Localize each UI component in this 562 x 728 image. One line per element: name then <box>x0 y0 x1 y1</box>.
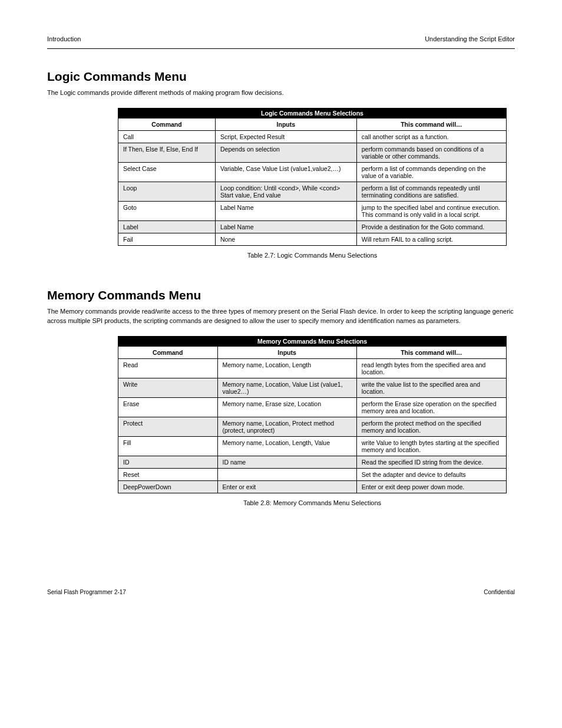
footer-left: Serial Flash Programmer 2-17 <box>47 589 126 595</box>
cell: Depends on selection <box>215 143 356 163</box>
cell: perform the protect method on the specif… <box>356 417 506 437</box>
table-row: Label Label Name Provide a destination f… <box>118 221 507 233</box>
cell: Enter or exit <box>217 481 356 493</box>
header-left: Introduction <box>47 35 81 42</box>
cell: perform a list of commands depending on … <box>356 163 506 182</box>
cell: Provide a destination for the Goto comma… <box>356 221 506 233</box>
cell: Memory name, Location, Protect method (p… <box>217 417 356 437</box>
cell: ID name <box>217 456 356 469</box>
col-command: Command <box>118 347 218 359</box>
table-title: Memory Commands Menu Selections <box>118 337 507 347</box>
table-title: Logic Commands Menu Selections <box>118 108 507 118</box>
cell: write Value to length bytes starting at … <box>356 437 506 456</box>
cell: Write <box>118 378 218 398</box>
section1-title: Logic Commands Menu <box>47 70 515 84</box>
cell: Select Case <box>118 163 216 182</box>
cell: perform the Erase size operation on the … <box>356 398 506 417</box>
cell: Fail <box>118 233 216 246</box>
cell: Label <box>118 221 216 233</box>
cell: jump to the specified label and continue… <box>356 202 506 221</box>
cell: Script, Expected Result <box>215 131 356 143</box>
header-right: Understanding the Script Editor <box>425 35 515 42</box>
table-row: ID ID name Read the specified ID string … <box>118 456 507 469</box>
table-row: DeepPowerDown Enter or exit Enter or exi… <box>118 481 507 493</box>
table-row: Read Memory name, Location, Length read … <box>118 359 507 378</box>
col-inputs: Inputs <box>215 118 356 131</box>
cell: read length bytes from the specified are… <box>356 359 506 378</box>
table-caption-2: Table 2.8: Memory Commands Menu Selectio… <box>118 499 507 506</box>
cell: Label Name <box>215 221 356 233</box>
col-inputs: Inputs <box>217 347 356 359</box>
cell: call another script as a function. <box>356 131 506 143</box>
cell: Set the adapter and device to defaults <box>356 469 506 481</box>
table-row: Write Memory name, Location, Value List … <box>118 378 507 398</box>
col-desc: This command will… <box>356 347 506 359</box>
cell: Memory name, Location, Length <box>217 359 356 378</box>
cell: Memory name, Location, Length, Value <box>217 437 356 456</box>
section2-desc: The Memory commands provide read/write a… <box>47 307 515 325</box>
cell: Call <box>118 131 216 143</box>
table-row: If Then, Else If, Else, End If Depends o… <box>118 143 507 163</box>
col-command: Command <box>118 118 216 131</box>
cell <box>217 469 356 481</box>
table-row: Protect Memory name, Location, Protect m… <box>118 417 507 437</box>
table-header-row: Logic Commands Menu Selections <box>118 108 507 118</box>
cell: perform a list of commands repeatedly un… <box>356 182 506 202</box>
col-desc: This command will… <box>356 118 506 131</box>
cell: Protect <box>118 417 218 437</box>
section-1: Logic Commands Menu The Logic commands p… <box>47 70 515 259</box>
cell: Memory name, Location, Value List (value… <box>217 378 356 398</box>
table-row: Goto Label Name jump to the specified la… <box>118 202 507 221</box>
section2-title: Memory Commands Menu <box>47 288 515 302</box>
table-logic: Logic Commands Menu Selections Command I… <box>118 108 507 246</box>
cell: If Then, Else If, Else, End If <box>118 143 216 163</box>
table-caption-1: Table 2.7: Logic Commands Menu Selection… <box>118 252 507 259</box>
table-header-row: Memory Commands Menu Selections <box>118 337 507 347</box>
section-2: Memory Commands Menu The Memory commands… <box>47 288 515 506</box>
section1-desc: The Logic commands provide different met… <box>47 88 515 97</box>
page-footer: Serial Flash Programmer 2-17 Confidentia… <box>47 589 515 595</box>
cell: Read the specified ID string from the de… <box>356 456 506 469</box>
table-row: Select Case Variable, Case Value List (v… <box>118 163 507 182</box>
table-memory: Memory Commands Menu Selections Command … <box>118 336 507 493</box>
cell: DeepPowerDown <box>118 481 218 493</box>
cell: perform commands based on conditions of … <box>356 143 506 163</box>
footer-right: Confidential <box>484 589 515 595</box>
cell: None <box>215 233 356 246</box>
cell: Loop condition: Until <cond>, While <con… <box>215 182 356 202</box>
cell: Erase <box>118 398 218 417</box>
table-row: Fill Memory name, Location, Length, Valu… <box>118 437 507 456</box>
cell: Read <box>118 359 218 378</box>
cell: Loop <box>118 182 216 202</box>
cell: Enter or exit deep power down mode. <box>356 481 506 493</box>
table-row: Call Script, Expected Result call anothe… <box>118 131 507 143</box>
table-col-headers: Command Inputs This command will… <box>118 347 507 359</box>
cell: Fill <box>118 437 218 456</box>
cell: ID <box>118 456 218 469</box>
table-row: Loop Loop condition: Until <cond>, While… <box>118 182 507 202</box>
table-col-headers: Command Inputs This command will… <box>118 118 507 131</box>
cell: Memory name, Erase size, Location <box>217 398 356 417</box>
table-row: Reset Set the adapter and device to defa… <box>118 469 507 481</box>
cell: Reset <box>118 469 218 481</box>
cell: Goto <box>118 202 216 221</box>
cell: Variable, Case Value List (value1,value2… <box>215 163 356 182</box>
cell: write the value list to the specified ar… <box>356 378 506 398</box>
cell: Will return FAIL to a calling script. <box>356 233 506 246</box>
cell: Label Name <box>215 202 356 221</box>
table-row: Fail None Will return FAIL to a calling … <box>118 233 507 246</box>
table-row: Erase Memory name, Erase size, Location … <box>118 398 507 417</box>
